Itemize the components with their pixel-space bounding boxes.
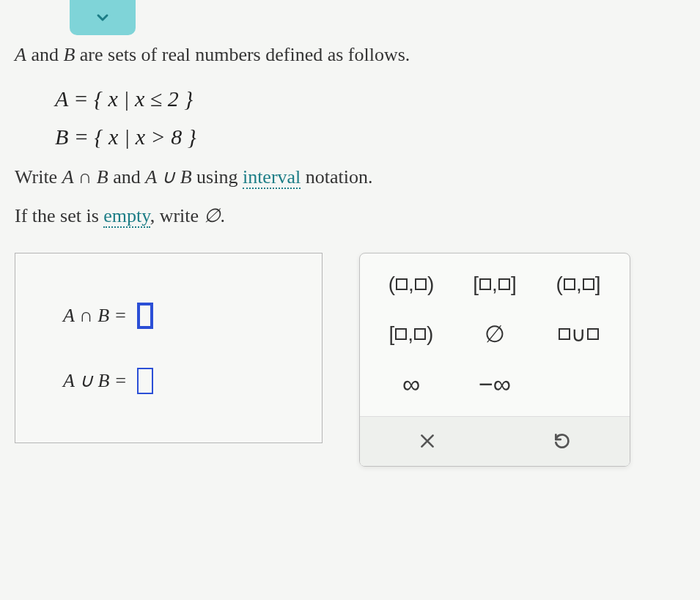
collapse-tab[interactable] — [70, 0, 136, 35]
var-B: B — [63, 44, 75, 65]
chevron-down-icon — [94, 9, 111, 26]
interval-link[interactable]: interval — [243, 166, 301, 189]
set-definition-A: A = { x | x ≤ 2 } — [55, 86, 685, 111]
emptyset-button[interactable]: ∅ — [465, 319, 524, 349]
union-label: A ∪ B = — [63, 369, 127, 392]
neg-infinity-button[interactable]: −∞ — [465, 369, 524, 399]
problem-content: A and B are sets of real numbers defined… — [15, 44, 685, 467]
work-area: A ∩ B = A ∪ B = (,) [,] (,] [,) ∅ ∪ ∞ −∞ — [15, 253, 685, 467]
undo-icon — [553, 432, 572, 451]
emptyset-symbol: ∅ — [204, 205, 221, 226]
interval-open-open-button[interactable]: (,) — [382, 270, 441, 299]
infinity-button[interactable]: ∞ — [382, 369, 441, 399]
empty-link[interactable]: empty — [103, 205, 150, 228]
union-input[interactable] — [137, 368, 153, 394]
var-A: A — [15, 44, 26, 65]
set-definition-B: B = { x | x > 8 } — [55, 125, 685, 149]
intersection-label: A ∩ B = — [63, 305, 127, 327]
answer-intersection: A ∩ B = — [37, 303, 300, 329]
symbol-palette: (,) [,] (,] [,) ∅ ∪ ∞ −∞ — [359, 253, 630, 467]
interval-open-closed-button[interactable]: (,] — [549, 270, 608, 299]
prompt-intro: A and B are sets of real numbers defined… — [15, 44, 685, 66]
instruction-line-2: If the set is empty, write ∅. — [15, 204, 685, 227]
clear-button[interactable] — [403, 427, 452, 460]
answer-union: A ∪ B = — [37, 368, 300, 394]
x-icon — [418, 432, 437, 451]
interval-closed-closed-button[interactable]: [,] — [465, 270, 524, 299]
reset-button[interactable] — [538, 427, 586, 460]
palette-actions — [360, 416, 630, 466]
answer-box: A ∩ B = A ∪ B = — [15, 253, 323, 443]
interval-closed-open-button[interactable]: [,) — [382, 319, 441, 349]
union-button[interactable]: ∪ — [549, 319, 608, 349]
intersection-input[interactable] — [137, 303, 153, 329]
instruction-line-1: Write A ∩ B and A ∪ B using interval not… — [15, 166, 685, 188]
